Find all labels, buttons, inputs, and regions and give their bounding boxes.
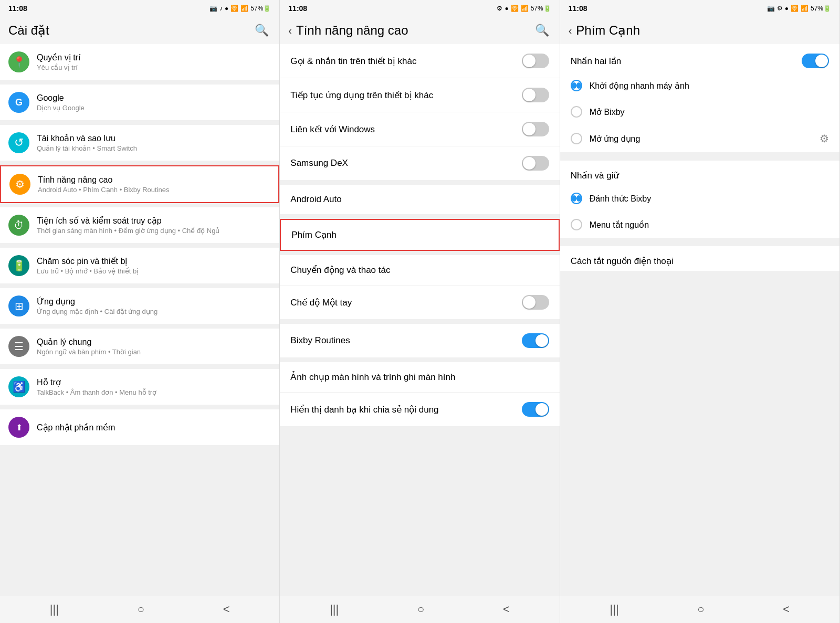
bottom-nav-3: ||| ○ < [560, 596, 839, 623]
bottom-nav-2: ||| ○ < [280, 596, 559, 623]
settings-item-cap-nhat[interactable]: ⬆ Cập nhật phần mềm [0, 409, 279, 445]
tien-ich-text: Tiện ích số và kiểm soát truy cập Thời g… [37, 216, 271, 235]
page-title-1: Cài đặt [8, 23, 253, 38]
adv-item-hien-thi[interactable]: Hiển thị danh bạ khi chia sẻ nội dung [280, 393, 559, 427]
status-icons-2: ⚙ ● 🛜 📶 57%🔋 [497, 5, 551, 12]
adv-item-bixby[interactable]: Bixby Routines [280, 324, 559, 358]
cham-soc-title: Chăm sóc pin và thiết bị [37, 256, 271, 266]
wifi-icon: 🛜 [230, 5, 238, 12]
ung-dung-icon: ⊞ [8, 295, 29, 316]
adv-item-android-auto[interactable]: Android Auto [280, 185, 559, 215]
adv-item-chuyen-dong[interactable]: Chuyển động và thao tác [280, 255, 559, 286]
radio-menu-tat-nguon[interactable]: Menu tắt nguồn [560, 212, 839, 238]
scroll-content-1: 📍 Quyền vị trí Yêu cầu vị trí G Google D… [0, 44, 279, 596]
google-subtitle: Dịch vụ Google [37, 104, 271, 112]
anh-chup-text: Ảnh chụp màn hình và trình ghi màn hình [290, 372, 549, 383]
search-icon-1[interactable]: 🔍 [253, 22, 271, 39]
gear-settings-icon[interactable]: ⚙ [820, 132, 829, 145]
tinh-nang-title: Tính năng nâng cao [38, 175, 270, 185]
bixby-toggle[interactable] [522, 333, 549, 348]
adv-item-samsung-dex[interactable]: Samsung DeX [280, 146, 559, 181]
gear-icon-3: ⚙ [777, 5, 783, 12]
settings-item-tai-khoan[interactable]: ↺ Tài khoản và sao lưu Quản lý tài khoản… [0, 125, 279, 161]
nav-back-1[interactable]: < [215, 600, 238, 618]
camera-icon: 📷 [209, 5, 217, 12]
radio-mo-bixby[interactable]: Mở Bixby [560, 99, 839, 125]
radio-mo-ung-dung[interactable]: Mở ứng dụng ⚙ [560, 125, 839, 152]
panel-tinh-nang: 11:08 ⚙ ● 🛜 📶 57%🔋 ‹ Tính năng nâng cao … [280, 0, 560, 623]
nav-home-2[interactable]: ○ [409, 600, 433, 618]
panel-cai-dat: 11:08 📷 ♪ ● 🛜 📶 57%🔋 Cài đặt 🔍 📍 Quyền v… [0, 0, 280, 623]
divider [0, 405, 279, 409]
chuyen-dong-title: Chuyển động và thao tác [290, 265, 549, 276]
signal-icon-2: 📶 [521, 5, 529, 12]
divider-p2-5 [280, 358, 559, 362]
che-do-toggle[interactable] [522, 295, 549, 310]
settings-item-quan-ly[interactable]: ☰ Quản lý chung Ngôn ngữ và bàn phím • T… [0, 329, 279, 365]
adv-item-phim-canh[interactable]: Phím Cạnh [280, 219, 559, 251]
lien-ket-toggle[interactable] [522, 122, 549, 136]
search-icon-2[interactable]: 🔍 [533, 22, 551, 39]
goi-nhan-tin-title: Gọi & nhắn tin trên thiết bị khác [290, 56, 521, 67]
scroll-content-3: Nhấn hai lần Khởi động nhanh máy ảnh Mở … [560, 44, 839, 596]
google-icon: G [8, 92, 29, 113]
adv-item-anh-chup[interactable]: Ảnh chụp màn hình và trình ghi màn hình [280, 362, 559, 393]
hien-thi-toggle[interactable] [522, 402, 549, 417]
time-1: 11:08 [8, 4, 27, 13]
wifi-icon-2: 🛜 [511, 5, 519, 12]
nav-home-1[interactable]: ○ [129, 600, 153, 618]
nav-back-2[interactable]: < [495, 600, 518, 618]
status-bar-3: 11:08 📷 ⚙ ● 🛜 📶 57%🔋 [560, 0, 839, 17]
settings-item-cham-soc[interactable]: 🔋 Chăm sóc pin và thiết bị Lưu trữ • Bộ … [0, 248, 279, 284]
ho-tro-subtitle: TalkBack • Âm thanh đơn • Menu hỗ trợ [37, 388, 271, 396]
top-bar-3: ‹ Phím Cạnh [560, 17, 839, 44]
cap-nhat-text: Cập nhật phần mềm [37, 423, 271, 432]
quan-ly-icon: ☰ [8, 336, 29, 357]
quyen-vi-tri-title: Quyền vị trí [37, 52, 271, 62]
nav-home-3[interactable]: ○ [689, 600, 712, 618]
radio-danh-thuc[interactable]: Đánh thức Bixby [560, 185, 839, 212]
tiep-tuc-toggle[interactable] [522, 88, 549, 102]
nhan-hai-lan-section: Nhấn hai lần Khởi động nhanh máy ảnh Mở … [560, 44, 839, 152]
phim-canh-title: Phím Cạnh [291, 229, 548, 240]
adv-item-che-do-mot-tay[interactable]: Chế độ Một tay [280, 286, 559, 320]
adv-item-goi-nhan-tin[interactable]: Gọi & nhắn tin trên thiết bị khác [280, 44, 559, 78]
divider-p2-2 [280, 215, 559, 219]
radio-khoi-dong[interactable]: Khởi động nhanh máy ảnh [560, 72, 839, 99]
tien-ich-subtitle: Thời gian sáng màn hình • Đếm giờ ứng dụ… [37, 227, 271, 235]
adv-item-tiep-tuc[interactable]: Tiếp tục ứng dụng trên thiết bị khác [280, 78, 559, 112]
google-title: Google [37, 93, 271, 103]
goi-nhan-tin-toggle[interactable] [522, 54, 549, 68]
ho-tro-title: Hỗ trợ [37, 377, 271, 387]
lien-ket-text: Liên kết với Windows [290, 124, 521, 135]
tai-khoan-icon: ↺ [8, 132, 29, 153]
nav-menu-2[interactable]: ||| [321, 600, 347, 618]
quyen-vi-tri-icon: 📍 [8, 51, 29, 72]
nav-menu-1[interactable]: ||| [41, 600, 67, 618]
back-button-2[interactable]: ‹ [288, 25, 292, 37]
android-auto-text: Android Auto [290, 194, 549, 205]
scroll-content-2: Gọi & nhắn tin trên thiết bị khác Tiếp t… [280, 44, 559, 596]
tiep-tuc-text: Tiếp tục ứng dụng trên thiết bị khác [290, 90, 521, 101]
settings-item-google[interactable]: G Google Dịch vụ Google [0, 85, 279, 121]
cham-soc-icon: 🔋 [8, 255, 29, 276]
che-do-text: Chế độ Một tay [290, 297, 521, 308]
divider [0, 284, 279, 288]
nav-menu-3[interactable]: ||| [601, 600, 627, 618]
che-do-title: Chế độ Một tay [290, 297, 521, 308]
nhan-hai-lan-toggle[interactable] [802, 54, 829, 68]
lien-ket-title: Liên kết với Windows [290, 124, 521, 135]
quan-ly-subtitle: Ngôn ngữ và bàn phím • Thời gian [37, 348, 271, 356]
settings-item-ung-dung[interactable]: ⊞ Ứng dụng Ứng dụng mặc định • Cài đặt ứ… [0, 288, 279, 324]
settings-item-tinh-nang[interactable]: ⚙ Tính năng nâng cao Android Auto • Phím… [0, 165, 279, 203]
settings-item-tien-ich[interactable]: ⏱ Tiện ích số và kiểm soát truy cập Thời… [0, 207, 279, 244]
ung-dung-text: Ứng dụng Ứng dụng mặc định • Cài đặt ứng… [37, 297, 271, 315]
settings-item-ho-tro[interactable]: ♿ Hỗ trợ TalkBack • Âm thanh đơn • Menu … [0, 369, 279, 405]
nav-back-3[interactable]: < [774, 600, 798, 618]
quan-ly-text: Quản lý chung Ngôn ngữ và bàn phím • Thờ… [37, 337, 271, 356]
back-button-3[interactable]: ‹ [569, 25, 572, 37]
adv-item-lien-ket[interactable]: Liên kết với Windows [280, 112, 559, 146]
settings-item-quyen-vi-tri[interactable]: 📍 Quyền vị trí Yêu cầu vị trí [0, 44, 279, 80]
samsung-dex-toggle[interactable] [522, 156, 549, 171]
google-text: Google Dịch vụ Google [37, 93, 271, 112]
